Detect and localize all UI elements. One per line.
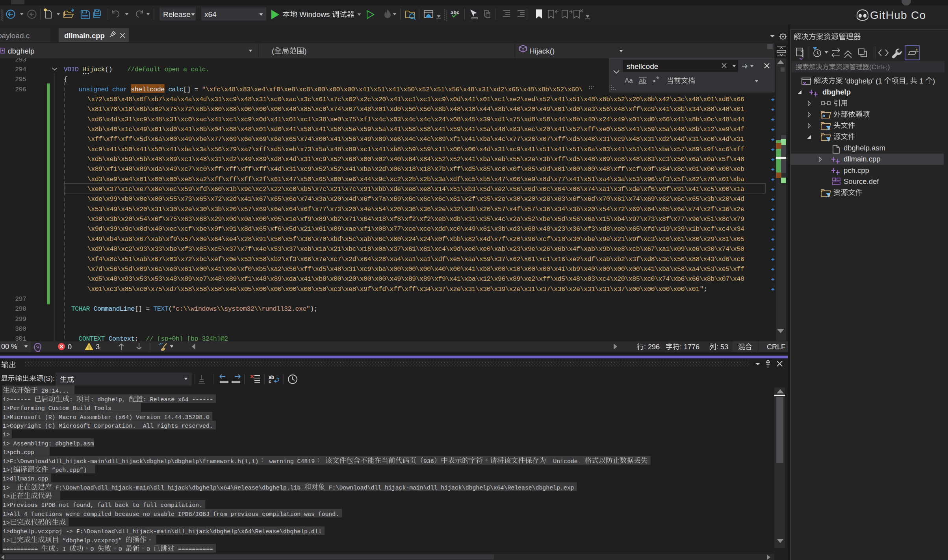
svg-text:warning C4819: warning C4819 [266,458,315,465]
svg-text:shellcode: shellcode [627,62,658,70]
svg-text:abc: abc [451,9,459,15]
svg-text:(: ( [272,47,275,55]
svg-text:0: 0 [91,546,98,553]
svg-text:": " [699,286,703,293]
svg-text:: 1776: : 1776 [680,343,699,351]
svg-text:CommandLine: CommandLine [94,305,135,313]
svg-text:\x53\x49\x45\x20\x31\x30\x2e\x: \x53\x49\x45\x20\x31\x30\x2e\x30\x3b\x20… [87,206,744,213]
svg-text:Hijack(): Hijack() [529,47,555,55]
svg-text:296: 296 [15,86,26,93]
svg-text:\xd3\xe9\xe4\x01\x00\x00\xe8\x: \xd3\xe9\xe4\x01\x00\x00\xe8\xa2\xff\xff… [87,176,744,183]
svg-text:[] =: [] = [183,86,202,93]
svg-text:\x89\xf1\x48\x89\xda\x49\xc7\x: \x89\xf1\x48\x89\xda\x49\xc7\xc0\xff\xff… [87,165,744,173]
svg-text:F:\Download\dll_hijack-main\dl: F:\Download\dll_hijack-main\dll_hijack\d… [325,485,574,491]
svg-text:\x01\xc3\x85\xc0\x75\xd7\x58\x: \x01\xc3\x85\xc0\x75\xd7\x58\x58\x58\x48… [87,286,700,293]
svg-text:\xc9\x41\x50\x41\x50\x41\xba\x: \xc9\x41\x50\x41\x50\x41\xba\x3a\x56\x79… [87,146,744,153]
svg-text:\xe0\x37\x1c\xe7\x8e\xec\x59\x: \xe0\x37\x1c\xe7\x8e\xec\x59\xfd\x60\x1b… [87,185,744,193]
svg-text:\\: \\ [183,305,191,313]
svg-text:"c:: "c: [172,305,183,313]
svg-text:x64: x64 [204,10,217,19]
svg-text:(): () [105,66,112,73]
svg-text:dbghelp: dbghelp [822,88,851,96]
svg-text:Windows: Windows [297,10,332,19]
svg-text:[] =: [] = [135,305,153,313]
svg-text:c: c [269,379,271,384]
svg-text:299: 299 [15,315,26,323]
svg-text:\x9d\x39\x9c\x0d\x40\xec\xcf\x: \x9d\x39\x9c\x0d\x40\xec\xcf\xbe\x9f\x91… [87,225,744,233]
svg-text:\xd9\x48\xc2\x93\x33\xbe\xf3\x: \xd9\x48\xc2\x93\x33\xbe\xf3\x85\xc5\x37… [87,245,744,253]
svg-text:0: 0 [68,343,72,351]
svg-text:Ab: Ab [639,77,646,84]
svg-text:==========: ========== [3,546,41,553]
svg-text:1>Microsoft (R) Macro Assemble: 1>Microsoft (R) Macro Assembler (x64) Ve… [3,414,210,421]
svg-text:1>: 1> [3,493,10,500]
svg-text:00 %: 00 % [1,343,17,350]
svg-text:: 1: : 1 [56,546,70,553]
svg-text:(: ( [168,305,172,313]
svg-text:294: 294 [15,66,26,73]
svg-text:0: 0 [119,546,126,553]
svg-text:1>: 1> [3,520,10,526]
svg-text:dbghelp: dbghelp [8,47,35,55]
svg-text:: 296: : 296 [644,343,660,351]
svg-text:VOID: VOID [64,66,82,73]
svg-text:dllmain.cpp: dllmain.cpp [64,32,105,40]
svg-text:\x49\xb4\xa8\x67\xab\xf9\x57\x: \x49\xb4\xa8\x67\xab\xf9\x57\x0e\x64\xe4… [87,235,744,243]
svg-text:3: 3 [96,343,100,351]
svg-text:\xd5\x48\x93\x53\x53\x48\x89\x: \xd5\x48\x93\x53\x53\x48\x89\xe7\x48\x89… [87,275,744,283]
svg-text:Hijack: Hijack [82,66,105,73]
svg-text:\x30\x3b\x20\x54\x6f\x75\x63\x: \x30\x3b\x20\x54\x6f\x75\x63\x68\x29\x0d… [87,215,744,223]
svg-text:): ) [933,77,935,85]
svg-text:\xfc\x48\x83\xe4\xf0\xe8\xc8\x: \xfc\x48\x83\xe4\xf0\xe8\xc8\x00\x00\x00… [206,86,583,93]
svg-text:\x8b\x40\x1c\x49\x01\xd0\x41\x: \x8b\x40\x1c\x49\x01\xd0\x41\x8b\x04\x88… [87,126,744,133]
svg-text:295: 295 [15,76,26,83]
svg-text:==========: ========== [174,546,213,553]
svg-text:*: * [656,75,659,83]
svg-text:dllmain.cpp: dllmain.cpp [844,155,881,163]
svg-text:Release: Release [163,10,191,19]
svg-text:1>(: 1>( [3,467,13,473]
svg-text:payload.c: payload.c [0,32,30,40]
svg-text:\xd5\xeb\x59\x5b\x48\x89\xc1\x: \xd5\xeb\x59\x5b\x48\x89\xc1\x48\x31\xd2… [87,156,744,163]
svg-text:TCHAR: TCHAR [71,305,90,313]
svg-text:1>Performing Custom Build Tool: 1>Performing Custom Build Tools [3,405,111,412]
svg-text:,: , [906,77,910,85]
svg-text:1>dllmain.cpp: 1>dllmain.cpp [3,476,48,482]
svg-text:1>All 4 functions were compile: 1>All 4 functions were compiled because … [3,511,339,517]
svg-text:dbghelp.asm: dbghelp.asm [844,144,885,152]
svg-text::: : [69,397,76,403]
svg-text:“dbghelp.vcxproj”: “dbghelp.vcxproj” [59,538,125,544]
svg-text:“pch.cpp”): “pch.cpp”) [48,467,87,473]
svg-text:Source.def: Source.def [844,177,879,185]
svg-text:1>------: 1>------ [3,397,34,403]
svg-text:system32: system32 [224,305,254,313]
svg-text:\xf4\x8c\x51\xab\x67\x03\x72\x: \xf4\x8c\x51\xab\x67\x03\x72\xbc\xef\x0e… [87,256,744,263]
svg-text:": " [202,86,205,93]
svg-text:_calc: _calc [164,86,183,93]
svg-text:\\: \\ [254,305,262,313]
svg-text:1>: 1> [3,538,10,544]
svg-text:1>pch.cpp: 1>pch.cpp [3,449,34,456]
svg-text:20:14...: 20:14... [38,388,69,394]
svg-text://default open a calc.: //default open a calc. [127,66,209,73]
svg-text:(S):: (S): [43,375,55,382]
svg-text:0: 0 [147,546,154,553]
svg-text:\\: \\ [217,305,224,313]
svg-text:: Release x64 ------: : Release x64 ------ [143,397,213,403]
svg-text:\x81\x78\x18\x0b\x02\x75\x72\x: \x81\x78\x18\x0b\x02\x75\x72\x8b\x80\x88… [87,106,744,113]
svg-text:\x72\x50\x48\x0f\xb7\x4a\x4a\x: \x72\x50\x48\x0f\xb7\x4a\x4a\x4d\x31\xc9… [87,96,744,103]
svg-text:1>F:\Download\dll_hijack-main\: 1>F:\Download\dll_hijack-main\dll_hijack… [3,458,258,465]
svg-text:298: 298 [15,305,26,313]
svg-text:297: 297 [15,295,26,303]
svg-text:Unicode: Unicode [553,458,577,465]
svg-text:pch.cpp: pch.cpp [844,166,869,174]
svg-text:: 53: : 53 [716,343,728,351]
svg-text:1>Previous IPDB not found, fal: 1>Previous IPDB not found, fall back to … [3,502,202,508]
svg-text:GitHub Co: GitHub Co [870,9,926,21]
svg-text:1>: 1> [3,432,10,438]
svg-text:windows: windows [191,305,217,313]
svg-text:CRLF: CRLF [767,343,785,351]
svg-text:);: ); [310,305,317,313]
svg-text:shellcode: shellcode [131,86,164,93]
svg-text:: dbghelp,: : dbghelp, [91,397,129,403]
